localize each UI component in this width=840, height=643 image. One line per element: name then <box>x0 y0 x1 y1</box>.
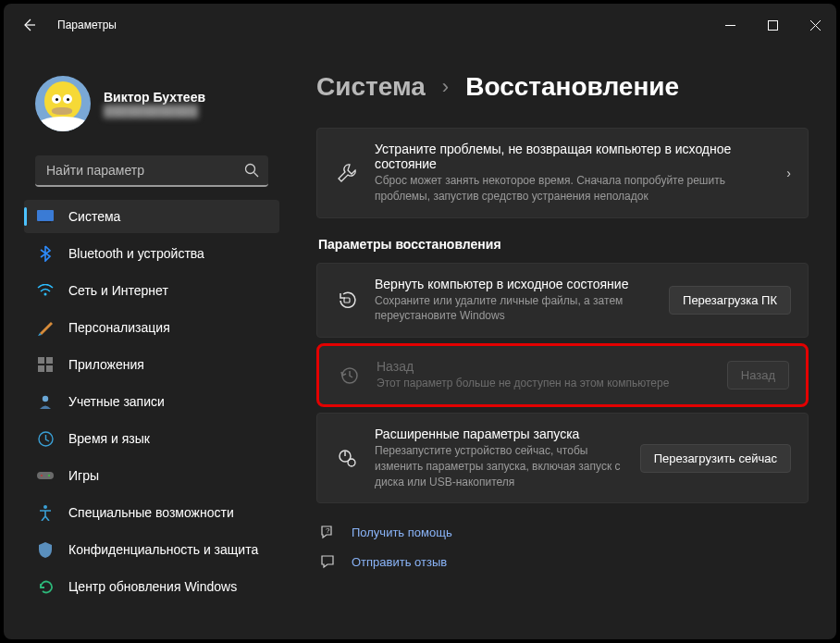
restart-now-button[interactable]: Перезагрузить сейчас <box>640 444 791 473</box>
sidebar-item-system[interactable]: Система <box>24 200 279 233</box>
svg-rect-7 <box>38 365 44 372</box>
sidebar-item-windows-update[interactable]: Центр обновления Windows <box>24 570 279 603</box>
svg-rect-11 <box>37 472 54 479</box>
card-desc: Сохраните или удалите личные файлы, а за… <box>375 293 654 325</box>
clock-globe-icon <box>37 430 54 447</box>
send-feedback-link[interactable]: Отправить отзыв <box>318 553 809 570</box>
person-icon <box>37 393 54 410</box>
card-title: Устраните проблемы, не возвращая компьют… <box>375 142 772 171</box>
window-title: Параметры <box>57 19 117 31</box>
search-box <box>35 155 268 187</box>
sidebar-item-time-language[interactable]: Время и язык <box>24 422 279 455</box>
sidebar-item-gaming[interactable]: Игры <box>24 459 279 492</box>
history-icon <box>336 365 362 386</box>
sidebar-item-label: Персонализация <box>68 320 170 335</box>
search-input[interactable] <box>35 155 268 187</box>
shield-icon <box>37 541 54 558</box>
svg-point-14 <box>43 505 47 509</box>
sidebar-item-label: Сеть и Интернет <box>68 283 168 298</box>
card-desc: Перезапустите устройство сейчас, чтобы и… <box>375 443 625 489</box>
profile-email: ████████████ <box>104 105 205 117</box>
sidebar-item-label: Учетные записи <box>68 394 165 409</box>
sidebar-item-accessibility[interactable]: Специальные возможности <box>24 496 279 529</box>
card-troubleshoot[interactable]: Устраните проблемы, не возвращая компьют… <box>316 128 809 218</box>
card-advanced-startup: Расширенные параметры запуска Перезапуст… <box>316 413 809 503</box>
card-reset-pc: Вернуть компьютер в исходное состояние С… <box>316 263 809 339</box>
avatar <box>35 76 91 131</box>
sidebar-item-apps[interactable]: Приложения <box>24 348 279 381</box>
svg-point-12 <box>41 475 43 476</box>
breadcrumb: Система › Восстановление <box>316 72 809 102</box>
bluetooth-icon <box>37 245 54 262</box>
section-title: Параметры восстановления <box>318 237 809 252</box>
window-controls <box>709 6 836 43</box>
svg-point-9 <box>43 396 48 402</box>
sidebar-item-label: Центр обновления Windows <box>68 579 237 594</box>
page-title: Восстановление <box>465 72 679 102</box>
reset-pc-button[interactable]: Перезагрузка ПК <box>669 286 791 315</box>
svg-rect-3 <box>40 221 51 223</box>
brush-icon <box>37 319 54 336</box>
power-gear-icon <box>334 448 360 468</box>
breadcrumb-parent[interactable]: Система <box>316 72 426 102</box>
svg-rect-8 <box>46 365 53 372</box>
reset-icon <box>334 290 360 310</box>
sidebar-item-network[interactable]: Сеть и Интернет <box>24 274 279 307</box>
link-label: Отправить отзыв <box>352 555 447 569</box>
link-label: Получить помощь <box>352 526 452 539</box>
card-title: Назад <box>377 359 712 374</box>
feedback-icon <box>318 553 337 570</box>
profile-name: Виктор Бухтеев <box>104 90 205 105</box>
sidebar-item-label: Игры <box>68 468 99 483</box>
sidebar-item-label: Время и язык <box>68 431 150 446</box>
svg-rect-6 <box>46 357 53 364</box>
settings-window: Параметры Виктор Бухтеев ████████████ <box>4 4 836 639</box>
get-help-link[interactable]: ? Получить помощь <box>318 524 809 540</box>
close-button[interactable] <box>794 6 836 43</box>
wifi-icon <box>37 282 54 299</box>
minimize-button[interactable] <box>709 6 751 43</box>
card-desc: Сброс может занять некоторое время. Снач… <box>375 173 772 204</box>
svg-rect-2 <box>37 210 54 221</box>
sidebar-item-label: Конфиденциальность и защита <box>68 542 258 557</box>
chevron-right-icon: › <box>786 166 791 180</box>
sidebar-item-bluetooth[interactable]: Bluetooth и устройства <box>24 237 279 270</box>
card-desc: Этот параметр больше не доступен на этом… <box>377 376 712 391</box>
gamepad-icon <box>37 467 54 484</box>
card-title: Расширенные параметры запуска <box>375 427 625 441</box>
help-icon: ? <box>318 524 337 540</box>
maximize-button[interactable] <box>751 6 794 43</box>
wrench-icon <box>334 163 360 183</box>
main-content: Система › Восстановление Устраните пробл… <box>290 46 836 639</box>
card-title: Вернуть компьютер в исходное состояние <box>375 277 654 291</box>
svg-point-1 <box>246 165 255 174</box>
sidebar-item-label: Система <box>68 209 120 224</box>
sidebar-item-label: Приложения <box>68 357 144 372</box>
update-icon <box>37 578 54 595</box>
nav: Система Bluetooth и устройства Сеть и Ин… <box>15 200 279 603</box>
sidebar-item-accounts[interactable]: Учетные записи <box>24 385 279 418</box>
monitor-icon <box>37 208 54 225</box>
sidebar-item-label: Специальные возможности <box>68 505 234 520</box>
svg-rect-5 <box>38 357 44 364</box>
arrow-left-icon <box>21 18 36 32</box>
svg-point-4 <box>44 293 47 296</box>
sidebar: Виктор Бухтеев ████████████ Система Blue… <box>4 46 290 639</box>
titlebar: Параметры <box>4 4 836 46</box>
svg-point-13 <box>48 475 50 476</box>
profile-block[interactable]: Виктор Бухтеев ████████████ <box>15 46 279 148</box>
go-back-button: Назад <box>727 361 789 390</box>
sidebar-item-privacy[interactable]: Конфиденциальность и защита <box>24 533 279 566</box>
chevron-right-icon: › <box>442 75 449 99</box>
sidebar-item-personalization[interactable]: Персонализация <box>24 311 279 344</box>
svg-text:?: ? <box>326 526 330 535</box>
card-go-back: Назад Этот параметр больше не доступен н… <box>316 343 809 407</box>
sidebar-item-label: Bluetooth и устройства <box>68 246 204 261</box>
accessibility-icon <box>37 504 54 521</box>
back-button[interactable] <box>20 17 37 33</box>
svg-rect-0 <box>768 20 777 30</box>
apps-icon <box>37 356 54 373</box>
footer-links: ? Получить помощь Отправить отзыв <box>316 524 809 570</box>
search-icon <box>244 163 259 181</box>
